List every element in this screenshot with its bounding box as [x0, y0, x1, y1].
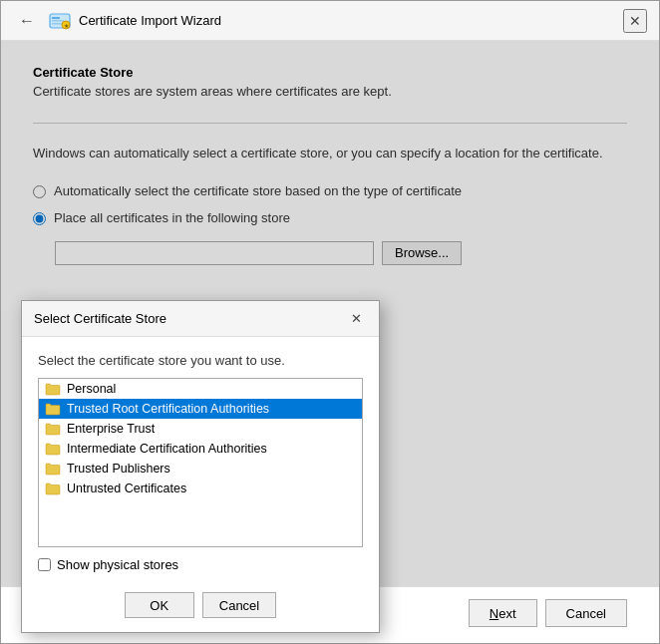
dialog-content: Select the certificate store you want to… [22, 337, 379, 584]
dialog-description: Select the certificate store you want to… [38, 353, 363, 368]
svg-rect-1 [52, 17, 60, 19]
svg-rect-3 [52, 23, 62, 25]
title-bar-left: ← ★ Certificate Import Wizard [13, 10, 623, 32]
item-label: Untrusted Certificates [67, 482, 186, 495]
dialog-title-bar: Select Certificate Store ✕ [22, 301, 379, 337]
back-button[interactable]: ← [13, 10, 41, 32]
item-label: Trusted Root Certification Authorities [67, 402, 269, 416]
dialog-cancel-button[interactable]: Cancel [202, 592, 276, 618]
list-item[interactable]: Enterprise Trust [39, 419, 362, 439]
item-label: Enterprise Trust [67, 422, 155, 436]
show-physical-checkbox[interactable] [38, 558, 51, 571]
svg-rect-2 [52, 20, 64, 22]
wizard-window: ← ★ Certificate Import Wizard ✕ Certific… [0, 0, 660, 644]
list-item[interactable]: Trusted Publishers [39, 459, 362, 479]
cert-list-container: Personal Trusted Root Certification Auth… [38, 378, 363, 547]
folder-icon [45, 482, 61, 495]
item-label: Personal [67, 382, 116, 396]
item-label: Trusted Publishers [67, 462, 170, 476]
item-label: Intermediate Certification Authorities [67, 442, 267, 456]
show-physical-label[interactable]: Show physical stores [57, 557, 178, 572]
dialog-footer: OK Cancel [22, 584, 379, 632]
wizard-title: Certificate Import Wizard [79, 13, 221, 28]
cert-list: Personal Trusted Root Certification Auth… [39, 379, 362, 546]
list-item[interactable]: Personal [39, 379, 362, 399]
footer-cancel-button[interactable]: Cancel [545, 599, 627, 627]
wizard-content: Certificate Store Certificate stores are… [1, 41, 659, 586]
folder-icon [45, 422, 61, 436]
window-close-button[interactable]: ✕ [623, 9, 647, 33]
dialog-ok-button[interactable]: OK [125, 592, 194, 618]
folder-icon [45, 442, 61, 456]
folder-icon [45, 382, 61, 396]
svg-text:★: ★ [64, 23, 69, 29]
dialog-overlay: Select Certificate Store ✕ Select the ce… [1, 41, 659, 586]
list-item[interactable]: Intermediate Certification Authorities [39, 439, 362, 459]
show-physical-row: Show physical stores [38, 557, 363, 572]
dialog-close-button[interactable]: ✕ [345, 308, 367, 330]
list-item[interactable]: Trusted Root Certification Authorities [39, 399, 362, 419]
title-bar: ← ★ Certificate Import Wizard ✕ [1, 1, 659, 41]
wizard-icon: ★ [49, 10, 71, 32]
folder-icon [45, 402, 61, 416]
cert-store-dialog: Select Certificate Store ✕ Select the ce… [21, 300, 380, 633]
dialog-title: Select Certificate Store [34, 311, 166, 326]
folder-icon [45, 462, 61, 476]
list-item[interactable]: Untrusted Certificates [39, 479, 362, 498]
next-button[interactable]: Next [469, 599, 537, 627]
